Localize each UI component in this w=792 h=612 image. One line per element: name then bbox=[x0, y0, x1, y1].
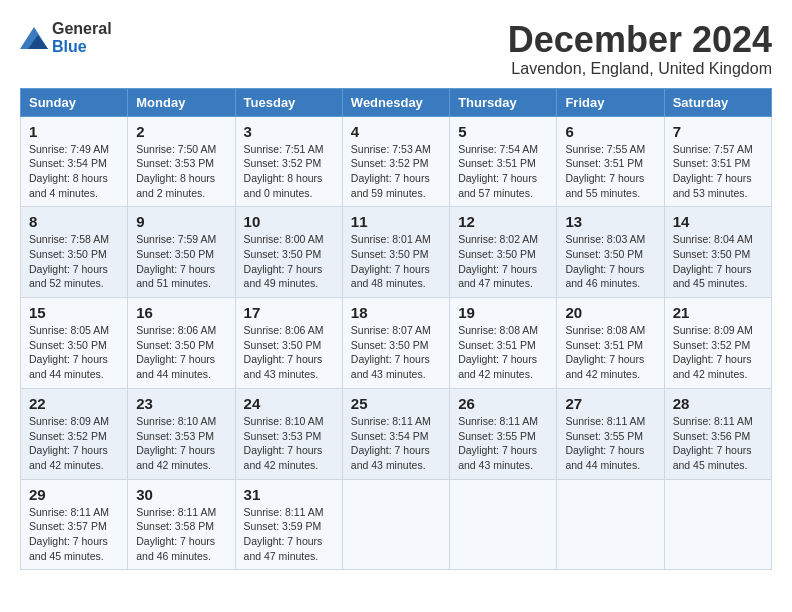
header-cell-monday: Monday bbox=[128, 88, 235, 116]
calendar-cell: 21Sunrise: 8:09 AMSunset: 3:52 PMDayligh… bbox=[664, 298, 771, 389]
cell-details: Sunrise: 8:07 AMSunset: 3:50 PMDaylight:… bbox=[351, 323, 441, 382]
cell-details: Sunrise: 7:51 AMSunset: 3:52 PMDaylight:… bbox=[244, 142, 334, 201]
cell-details: Sunrise: 8:08 AMSunset: 3:51 PMDaylight:… bbox=[565, 323, 655, 382]
day-number: 14 bbox=[673, 213, 763, 230]
header-cell-friday: Friday bbox=[557, 88, 664, 116]
cell-details: Sunrise: 8:11 AMSunset: 3:55 PMDaylight:… bbox=[458, 414, 548, 473]
calendar-week-2: 8Sunrise: 7:58 AMSunset: 3:50 PMDaylight… bbox=[21, 207, 772, 298]
cell-details: Sunrise: 8:11 AMSunset: 3:56 PMDaylight:… bbox=[673, 414, 763, 473]
day-number: 8 bbox=[29, 213, 119, 230]
calendar-cell: 5Sunrise: 7:54 AMSunset: 3:51 PMDaylight… bbox=[450, 116, 557, 207]
cell-details: Sunrise: 7:59 AMSunset: 3:50 PMDaylight:… bbox=[136, 232, 226, 291]
calendar-week-5: 29Sunrise: 8:11 AMSunset: 3:57 PMDayligh… bbox=[21, 479, 772, 570]
calendar-cell: 13Sunrise: 8:03 AMSunset: 3:50 PMDayligh… bbox=[557, 207, 664, 298]
cell-details: Sunrise: 8:09 AMSunset: 3:52 PMDaylight:… bbox=[673, 323, 763, 382]
calendar-cell bbox=[664, 479, 771, 570]
location-subtitle: Lavendon, England, United Kingdom bbox=[508, 60, 772, 78]
day-number: 6 bbox=[565, 123, 655, 140]
calendar-cell: 27Sunrise: 8:11 AMSunset: 3:55 PMDayligh… bbox=[557, 388, 664, 479]
calendar-cell: 8Sunrise: 7:58 AMSunset: 3:50 PMDaylight… bbox=[21, 207, 128, 298]
cell-details: Sunrise: 7:49 AMSunset: 3:54 PMDaylight:… bbox=[29, 142, 119, 201]
calendar-week-1: 1Sunrise: 7:49 AMSunset: 3:54 PMDaylight… bbox=[21, 116, 772, 207]
header-cell-sunday: Sunday bbox=[21, 88, 128, 116]
calendar-cell: 22Sunrise: 8:09 AMSunset: 3:52 PMDayligh… bbox=[21, 388, 128, 479]
day-number: 18 bbox=[351, 304, 441, 321]
calendar-body: 1Sunrise: 7:49 AMSunset: 3:54 PMDaylight… bbox=[21, 116, 772, 570]
cell-details: Sunrise: 8:11 AMSunset: 3:54 PMDaylight:… bbox=[351, 414, 441, 473]
day-number: 29 bbox=[29, 486, 119, 503]
cell-details: Sunrise: 7:50 AMSunset: 3:53 PMDaylight:… bbox=[136, 142, 226, 201]
day-number: 23 bbox=[136, 395, 226, 412]
cell-details: Sunrise: 8:01 AMSunset: 3:50 PMDaylight:… bbox=[351, 232, 441, 291]
cell-details: Sunrise: 7:54 AMSunset: 3:51 PMDaylight:… bbox=[458, 142, 548, 201]
cell-details: Sunrise: 8:11 AMSunset: 3:55 PMDaylight:… bbox=[565, 414, 655, 473]
day-number: 17 bbox=[244, 304, 334, 321]
calendar-cell: 9Sunrise: 7:59 AMSunset: 3:50 PMDaylight… bbox=[128, 207, 235, 298]
calendar-cell: 2Sunrise: 7:50 AMSunset: 3:53 PMDaylight… bbox=[128, 116, 235, 207]
page-header: General Blue December 2024 Lavendon, Eng… bbox=[20, 20, 772, 78]
logo: General Blue bbox=[20, 20, 112, 56]
logo-general-text: General bbox=[52, 20, 112, 37]
calendar-table: SundayMondayTuesdayWednesdayThursdayFrid… bbox=[20, 88, 772, 571]
cell-details: Sunrise: 8:03 AMSunset: 3:50 PMDaylight:… bbox=[565, 232, 655, 291]
logo-icon bbox=[20, 27, 48, 49]
day-number: 27 bbox=[565, 395, 655, 412]
cell-details: Sunrise: 8:10 AMSunset: 3:53 PMDaylight:… bbox=[136, 414, 226, 473]
calendar-week-3: 15Sunrise: 8:05 AMSunset: 3:50 PMDayligh… bbox=[21, 298, 772, 389]
calendar-cell: 25Sunrise: 8:11 AMSunset: 3:54 PMDayligh… bbox=[342, 388, 449, 479]
day-number: 12 bbox=[458, 213, 548, 230]
cell-details: Sunrise: 8:08 AMSunset: 3:51 PMDaylight:… bbox=[458, 323, 548, 382]
cell-details: Sunrise: 8:06 AMSunset: 3:50 PMDaylight:… bbox=[136, 323, 226, 382]
day-number: 2 bbox=[136, 123, 226, 140]
calendar-cell: 4Sunrise: 7:53 AMSunset: 3:52 PMDaylight… bbox=[342, 116, 449, 207]
calendar-cell: 26Sunrise: 8:11 AMSunset: 3:55 PMDayligh… bbox=[450, 388, 557, 479]
cell-details: Sunrise: 8:05 AMSunset: 3:50 PMDaylight:… bbox=[29, 323, 119, 382]
cell-details: Sunrise: 7:53 AMSunset: 3:52 PMDaylight:… bbox=[351, 142, 441, 201]
cell-details: Sunrise: 8:06 AMSunset: 3:50 PMDaylight:… bbox=[244, 323, 334, 382]
day-number: 1 bbox=[29, 123, 119, 140]
day-number: 13 bbox=[565, 213, 655, 230]
day-number: 30 bbox=[136, 486, 226, 503]
day-number: 20 bbox=[565, 304, 655, 321]
cell-details: Sunrise: 8:02 AMSunset: 3:50 PMDaylight:… bbox=[458, 232, 548, 291]
day-number: 4 bbox=[351, 123, 441, 140]
calendar-cell: 6Sunrise: 7:55 AMSunset: 3:51 PMDaylight… bbox=[557, 116, 664, 207]
calendar-cell: 29Sunrise: 8:11 AMSunset: 3:57 PMDayligh… bbox=[21, 479, 128, 570]
header-cell-saturday: Saturday bbox=[664, 88, 771, 116]
cell-details: Sunrise: 8:11 AMSunset: 3:59 PMDaylight:… bbox=[244, 505, 334, 564]
day-number: 15 bbox=[29, 304, 119, 321]
day-number: 3 bbox=[244, 123, 334, 140]
calendar-header: SundayMondayTuesdayWednesdayThursdayFrid… bbox=[21, 88, 772, 116]
cell-details: Sunrise: 8:11 AMSunset: 3:57 PMDaylight:… bbox=[29, 505, 119, 564]
calendar-cell: 14Sunrise: 8:04 AMSunset: 3:50 PMDayligh… bbox=[664, 207, 771, 298]
calendar-cell: 30Sunrise: 8:11 AMSunset: 3:58 PMDayligh… bbox=[128, 479, 235, 570]
cell-details: Sunrise: 7:55 AMSunset: 3:51 PMDaylight:… bbox=[565, 142, 655, 201]
cell-details: Sunrise: 7:58 AMSunset: 3:50 PMDaylight:… bbox=[29, 232, 119, 291]
day-number: 31 bbox=[244, 486, 334, 503]
calendar-cell: 17Sunrise: 8:06 AMSunset: 3:50 PMDayligh… bbox=[235, 298, 342, 389]
calendar-cell: 3Sunrise: 7:51 AMSunset: 3:52 PMDaylight… bbox=[235, 116, 342, 207]
calendar-cell: 15Sunrise: 8:05 AMSunset: 3:50 PMDayligh… bbox=[21, 298, 128, 389]
day-number: 22 bbox=[29, 395, 119, 412]
calendar-cell: 1Sunrise: 7:49 AMSunset: 3:54 PMDaylight… bbox=[21, 116, 128, 207]
calendar-week-4: 22Sunrise: 8:09 AMSunset: 3:52 PMDayligh… bbox=[21, 388, 772, 479]
day-number: 19 bbox=[458, 304, 548, 321]
calendar-cell: 23Sunrise: 8:10 AMSunset: 3:53 PMDayligh… bbox=[128, 388, 235, 479]
cell-details: Sunrise: 7:57 AMSunset: 3:51 PMDaylight:… bbox=[673, 142, 763, 201]
title-area: December 2024 Lavendon, England, United … bbox=[508, 20, 772, 78]
cell-details: Sunrise: 8:09 AMSunset: 3:52 PMDaylight:… bbox=[29, 414, 119, 473]
month-title: December 2024 bbox=[508, 20, 772, 60]
day-number: 11 bbox=[351, 213, 441, 230]
calendar-cell: 19Sunrise: 8:08 AMSunset: 3:51 PMDayligh… bbox=[450, 298, 557, 389]
day-number: 21 bbox=[673, 304, 763, 321]
calendar-cell: 7Sunrise: 7:57 AMSunset: 3:51 PMDaylight… bbox=[664, 116, 771, 207]
calendar-cell: 16Sunrise: 8:06 AMSunset: 3:50 PMDayligh… bbox=[128, 298, 235, 389]
cell-details: Sunrise: 8:00 AMSunset: 3:50 PMDaylight:… bbox=[244, 232, 334, 291]
calendar-cell bbox=[342, 479, 449, 570]
cell-details: Sunrise: 8:04 AMSunset: 3:50 PMDaylight:… bbox=[673, 232, 763, 291]
calendar-cell bbox=[557, 479, 664, 570]
day-number: 5 bbox=[458, 123, 548, 140]
day-number: 24 bbox=[244, 395, 334, 412]
day-number: 9 bbox=[136, 213, 226, 230]
calendar-cell: 12Sunrise: 8:02 AMSunset: 3:50 PMDayligh… bbox=[450, 207, 557, 298]
